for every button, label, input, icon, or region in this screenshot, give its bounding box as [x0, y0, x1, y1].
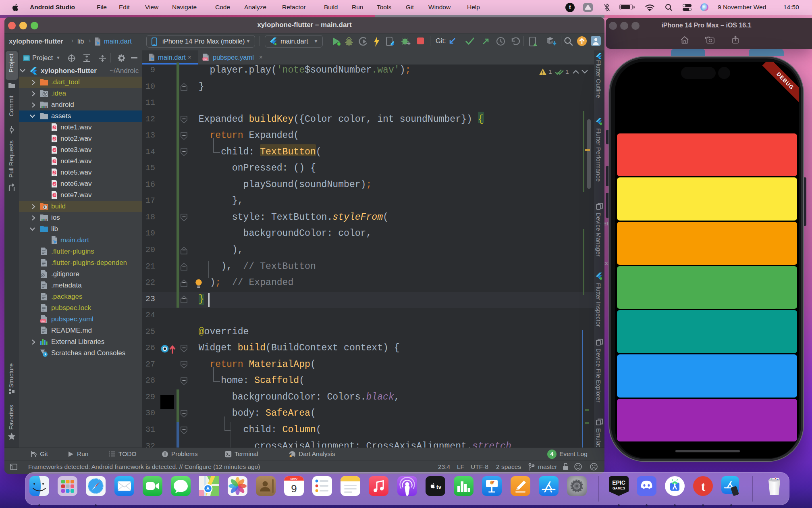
svg-text:EPIC: EPIC — [612, 479, 625, 486]
svg-text:GAMES: GAMES — [613, 486, 625, 490]
svg-text:tv: tv — [436, 484, 442, 490]
svg-text:YML: YML — [41, 320, 45, 323]
svg-text:t: t — [701, 479, 706, 493]
svg-text:NOV: NOV — [291, 477, 298, 481]
svg-text:9: 9 — [291, 483, 297, 495]
svg-text:YML: YML — [203, 58, 208, 60]
